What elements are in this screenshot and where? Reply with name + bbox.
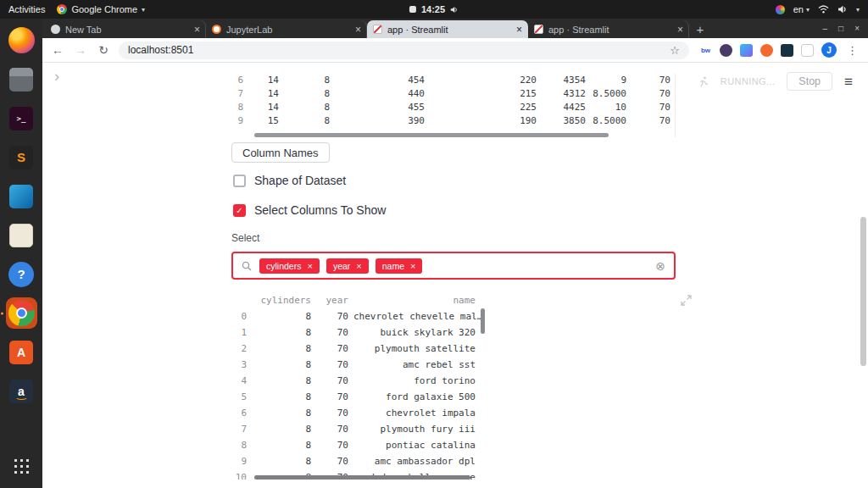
back-button[interactable]: ← [50, 43, 65, 57]
help-icon: ? [8, 262, 34, 287]
stop-button[interactable]: Stop [787, 72, 832, 91]
table-cell: 70 [316, 389, 353, 405]
dock-item-show-apps[interactable] [6, 450, 37, 481]
multiselect-label: Select [231, 232, 259, 244]
chrome-window: New Tab×JupyterLab×app · Streamlit×app ·… [42, 19, 868, 488]
volume-icon[interactable] [837, 5, 848, 14]
column-header: year [316, 292, 353, 308]
horizontal-scrollbar[interactable] [254, 475, 470, 480]
browser-tab[interactable]: app · Streamlit× [528, 20, 689, 38]
row-index: 7 [231, 87, 248, 101]
extension-pencil-icon[interactable] [740, 44, 753, 57]
table-cell: 70 [316, 308, 353, 324]
checkbox-label: Shape of Dataset [254, 174, 346, 187]
row-index: 4 [231, 373, 252, 389]
language-indicator[interactable]: en ▾ [793, 4, 810, 14]
profile-avatar[interactable]: J [821, 42, 837, 58]
extension-purple-icon[interactable] [720, 44, 732, 57]
tab-close-icon[interactable]: × [675, 24, 683, 36]
vertical-scrollbar[interactable] [481, 308, 485, 334]
column-names-button[interactable]: Column Names [231, 142, 330, 163]
multiselect-tag[interactable]: name× [376, 258, 423, 274]
system-menu-caret-icon[interactable]: ▾ [856, 6, 860, 14]
table-row: 2870plymouth satellite [231, 341, 485, 357]
table-cell: 4354 [542, 74, 591, 87]
table-cell: 8 [252, 421, 316, 437]
hamburger-menu-icon[interactable]: ≡ [844, 75, 853, 89]
activities-button[interactable]: Activities [0, 4, 57, 14]
tab-close-icon[interactable]: × [192, 24, 200, 36]
jupyter-favicon-icon [212, 25, 221, 34]
table-cell: 8 [284, 87, 335, 101]
new-tab-button[interactable]: + [689, 20, 711, 38]
dock-item-vscode[interactable] [6, 180, 37, 212]
reload-button[interactable]: ↻ [96, 43, 111, 57]
table-cell: 70 [316, 357, 353, 373]
extension-dark-icon[interactable] [781, 44, 793, 57]
checkbox-unchecked-icon[interactable] [233, 175, 246, 187]
tag-remove-icon[interactable]: × [410, 261, 415, 271]
table-row: 5870ford galaxie 500 [231, 389, 485, 405]
dock-item-firefox[interactable] [6, 25, 37, 56]
checkbox-checked-icon[interactable]: ✓ [233, 204, 246, 217]
multiselect-tag[interactable]: cylinders× [259, 258, 320, 274]
recorder-indicator-icon[interactable] [776, 5, 785, 14]
row-index: 3 [231, 357, 252, 373]
app-menu[interactable]: Google Chrome ▾ [57, 4, 145, 14]
fullscreen-expand-icon[interactable] [681, 294, 692, 309]
table-cell: 70 [632, 74, 676, 87]
dock-item-terminal[interactable]: >_ [6, 103, 37, 134]
browser-tab[interactable]: app · Streamlit× [367, 20, 528, 38]
shape-of-dataset-checkbox[interactable]: Shape of Dataset [233, 174, 346, 187]
dock-item-sublime-text[interactable]: S [6, 141, 37, 173]
checkbox-label: Select Columns To Show [254, 203, 386, 217]
minimize-button[interactable]: – [823, 24, 828, 33]
wifi-icon[interactable] [818, 5, 829, 14]
dock-item-help[interactable]: ? [6, 258, 37, 290]
package-icon [9, 224, 33, 247]
dock-item-package[interactable] [6, 219, 37, 251]
tab-close-icon[interactable]: × [353, 24, 361, 36]
index-header [231, 292, 252, 308]
bookmark-star-icon[interactable]: ☆ [670, 44, 680, 57]
table-row: 7870plymouth fury iii [231, 421, 485, 437]
browser-tab[interactable]: JupyterLab× [206, 20, 367, 38]
browser-tab[interactable]: New Tab× [45, 20, 206, 38]
dock-item-ubuntu-software[interactable]: A [6, 336, 37, 368]
forward-button[interactable]: → [73, 43, 88, 57]
extension-orange-icon[interactable] [760, 44, 773, 57]
language-label: en [793, 4, 804, 14]
tab-close-icon[interactable]: × [514, 24, 522, 36]
table-cell: 8 [252, 341, 316, 357]
table-row: 714844021543128.500070 [231, 87, 675, 101]
system-tray: en ▾ ▾ [776, 4, 868, 14]
select-columns-checkbox[interactable]: ✓ Select Columns To Show [233, 203, 386, 217]
clock[interactable]: 14:25 [409, 4, 459, 14]
dock-item-amazon[interactable]: a [6, 375, 37, 407]
tab-title: app · Streamlit [548, 25, 670, 35]
page-scrollbar[interactable] [860, 217, 866, 366]
row-index: 6 [231, 405, 252, 421]
multiselect-input[interactable]: cylinders×year×name× ⊗ [231, 252, 676, 280]
table-cell: 440 [335, 87, 430, 101]
row-index: 6 [231, 74, 248, 87]
tag-remove-icon[interactable]: × [356, 261, 361, 271]
close-button[interactable]: × [854, 24, 860, 33]
tag-label: cylinders [266, 261, 301, 271]
address-bar[interactable]: localhost:8501 ☆ [119, 42, 689, 59]
clear-all-icon[interactable]: ⊗ [655, 259, 665, 273]
tag-remove-icon[interactable]: × [307, 261, 312, 271]
dock-item-files[interactable] [6, 64, 37, 95]
table-cell: 8 [252, 357, 316, 373]
extension-bw-icon[interactable]: bw [699, 44, 712, 57]
sidebar-expand-chevron-icon[interactable]: › [54, 68, 59, 86]
sublime-text-icon: S [9, 146, 33, 169]
browser-menu-icon[interactable]: ⋮ [844, 44, 860, 57]
row-index: 0 [231, 308, 252, 324]
extension-notes-icon[interactable] [801, 44, 814, 57]
multiselect-tag[interactable]: year× [326, 258, 369, 274]
horizontal-scrollbar[interactable] [254, 133, 609, 137]
maximize-button[interactable]: □ [838, 24, 843, 33]
dock-item-chrome[interactable] [6, 297, 37, 329]
table-row: 4870ford torino [231, 373, 485, 389]
